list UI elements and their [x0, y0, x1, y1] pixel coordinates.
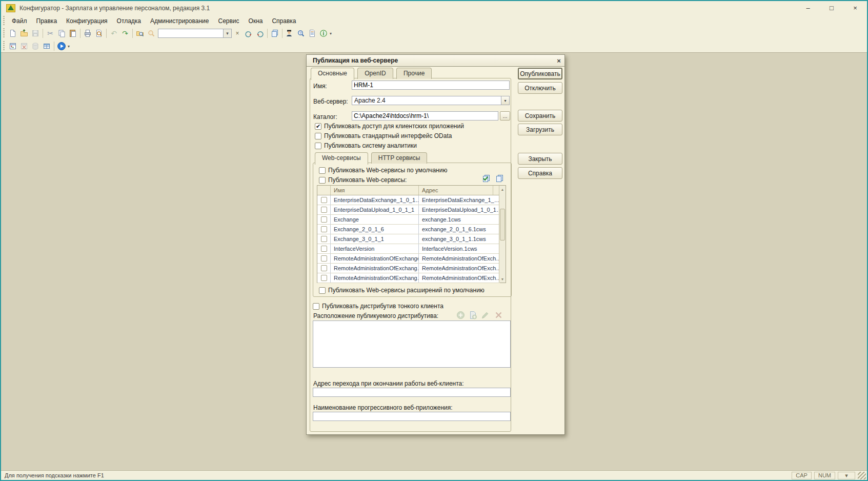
- menu-item-7[interactable]: Справка: [267, 16, 300, 26]
- row-checkbox[interactable]: [321, 265, 327, 271]
- exchange-table-icon[interactable]: [41, 41, 52, 51]
- ws-publish-checkbox[interactable]: [319, 177, 326, 184]
- menu-item-5[interactable]: Сервис: [213, 16, 244, 26]
- toolbar1-grip[interactable]: [2, 28, 6, 39]
- menu-item-4[interactable]: Администрирование: [146, 16, 213, 26]
- table-scrollbar[interactable]: ▲ ▼: [499, 186, 506, 283]
- database-icon[interactable]: [30, 41, 41, 51]
- open-configuration-icon[interactable]: [7, 41, 18, 51]
- ws-default-checkbox[interactable]: [319, 167, 326, 174]
- svg-text:?: ?: [299, 31, 301, 35]
- close-button[interactable]: ×: [843, 1, 867, 15]
- context-help-icon[interactable]: ?: [295, 28, 307, 38]
- dialog-titlebar[interactable]: Публикация на веб-сервере ×: [307, 55, 564, 67]
- scrollbar-thumb[interactable]: [500, 209, 505, 240]
- find-previous-icon[interactable]: [254, 28, 266, 38]
- tab-web-services[interactable]: Web-сервисы: [315, 152, 368, 165]
- templates-icon[interactable]: [307, 28, 318, 38]
- row-checkbox[interactable]: [321, 216, 327, 223]
- menu-item-3[interactable]: Отладка: [112, 16, 146, 26]
- check-all-icon[interactable]: [481, 174, 491, 184]
- tab-openid[interactable]: OpenID: [357, 68, 393, 79]
- table-header: Имя Адрес: [317, 186, 506, 195]
- toolbar2-grip[interactable]: [2, 41, 6, 51]
- row-checkbox[interactable]: [321, 226, 327, 232]
- disconnect-button[interactable]: Отключить: [518, 82, 562, 94]
- table-row[interactable]: RemoteAdministrationOfExchangeRemoteAdmi…: [317, 254, 500, 264]
- find-next-icon[interactable]: [243, 28, 254, 38]
- status-dropdown-icon[interactable]: ▾: [838, 472, 855, 479]
- menu-item-2[interactable]: Конфигурация: [62, 16, 112, 26]
- table-row[interactable]: EnterpriseDataUpload_1_0_1_1EnterpriseDa…: [317, 205, 500, 215]
- row-checkbox[interactable]: [321, 236, 327, 242]
- redo-icon[interactable]: ↷: [119, 28, 131, 38]
- copy-windows-icon[interactable]: [269, 28, 280, 38]
- ws-ext-default-checkbox[interactable]: [319, 287, 326, 294]
- table-row[interactable]: Exchange_2_0_1_6exchange_2_0_1_6.1cws: [317, 225, 500, 234]
- info-icon[interactable]: i: [318, 28, 329, 38]
- dialog-close-icon[interactable]: ×: [553, 57, 564, 65]
- close-configuration-icon[interactable]: [18, 41, 30, 51]
- row-checkbox[interactable]: [321, 255, 327, 262]
- service-address: EnterpriseDataExchange_1_…: [419, 195, 500, 205]
- copy-icon[interactable]: [56, 28, 67, 38]
- menu-item-1[interactable]: Правка: [32, 16, 62, 26]
- header-checkbox-column: [317, 186, 331, 195]
- find-in-files-icon[interactable]: [134, 28, 146, 38]
- table-row[interactable]: Exchangeexchange.1cws: [317, 215, 500, 225]
- close-dialog-button[interactable]: Закрыть: [518, 153, 562, 165]
- open-file-icon[interactable]: [18, 28, 30, 38]
- row-checkbox[interactable]: [321, 275, 327, 281]
- maximize-button[interactable]: □: [820, 1, 843, 15]
- table-row[interactable]: EnterpriseDataExchange_1_0_1…EnterpriseD…: [317, 195, 500, 205]
- table-row[interactable]: Exchange_3_0_1_1exchange_3_0_1_1.1cws: [317, 234, 500, 244]
- help-button[interactable]: Справка: [518, 167, 562, 179]
- service-name: InterfaceVersion: [331, 244, 419, 253]
- search-dropdown-icon[interactable]: ▾: [224, 29, 232, 38]
- row-checkbox-cell: [317, 273, 331, 283]
- menubar-grip[interactable]: [2, 16, 6, 25]
- minimize-button[interactable]: –: [796, 1, 820, 15]
- publish-dialog: Публикация на веб-сервере × Основные Ope…: [306, 54, 565, 435]
- tab-other[interactable]: Прочие: [396, 68, 432, 79]
- menubar-items: ФайлПравкаКонфигурацияОтладкаАдминистрир…: [7, 17, 301, 25]
- row-checkbox[interactable]: [321, 207, 327, 213]
- print-preview-icon[interactable]: [93, 28, 105, 38]
- resize-grip[interactable]: [858, 472, 866, 479]
- scroll-up-icon[interactable]: ▲: [499, 186, 506, 193]
- undo-icon[interactable]: ↶: [108, 28, 119, 38]
- cut-icon[interactable]: ✂: [45, 28, 56, 38]
- paste-icon[interactable]: [67, 28, 78, 38]
- ws-publish-label: Публиковать Web-сервисы:: [328, 176, 407, 184]
- dialog-title: Публикация на веб-сервере: [313, 57, 398, 64]
- table-row[interactable]: RemoteAdministrationOfExchang…RemoteAdmi…: [317, 273, 500, 283]
- table-row[interactable]: InterfaceVersionInterfaceVersion.1cws: [317, 244, 500, 254]
- uncheck-all-icon[interactable]: [494, 174, 504, 184]
- print-icon[interactable]: [82, 28, 93, 38]
- scroll-down-icon[interactable]: ▼: [499, 275, 506, 283]
- debug-dropdown-icon[interactable]: ▾: [68, 44, 70, 49]
- row-checkbox[interactable]: [321, 197, 327, 203]
- start-debugging-icon[interactable]: [56, 41, 67, 51]
- header-address: Адрес: [419, 186, 493, 195]
- load-button[interactable]: Загрузить: [518, 124, 562, 135]
- services-tabs: Web-сервисы HTTP сервисы: [315, 152, 429, 164]
- save-icon[interactable]: [30, 28, 41, 38]
- syntax-check-icon[interactable]: [284, 28, 295, 38]
- menu-item-6[interactable]: Окна: [244, 16, 268, 26]
- tab-http-services[interactable]: HTTP сервисы: [371, 152, 428, 164]
- info-dropdown-icon[interactable]: ▾: [330, 31, 332, 36]
- row-checkbox[interactable]: [321, 246, 327, 252]
- new-document-icon[interactable]: [7, 28, 18, 38]
- menu-item-0[interactable]: Файл: [7, 16, 32, 26]
- tab-main[interactable]: Основные: [311, 68, 354, 80]
- ws-default-label: Публиковать Web-сервисы по умолчанию: [328, 167, 447, 174]
- row-checkbox-cell: [317, 195, 331, 205]
- publish-button[interactable]: Опубликовать: [518, 68, 562, 79]
- search-icon[interactable]: [146, 28, 157, 38]
- quick-search-input[interactable]: [158, 29, 224, 38]
- ws-ext-default-label: Публиковать Web-сервисы расширений по ум…: [328, 287, 485, 294]
- search-clear-icon[interactable]: ×: [233, 29, 242, 38]
- table-row[interactable]: RemoteAdministrationOfExchang…RemoteAdmi…: [317, 264, 500, 273]
- save-button[interactable]: Сохранить: [518, 110, 562, 122]
